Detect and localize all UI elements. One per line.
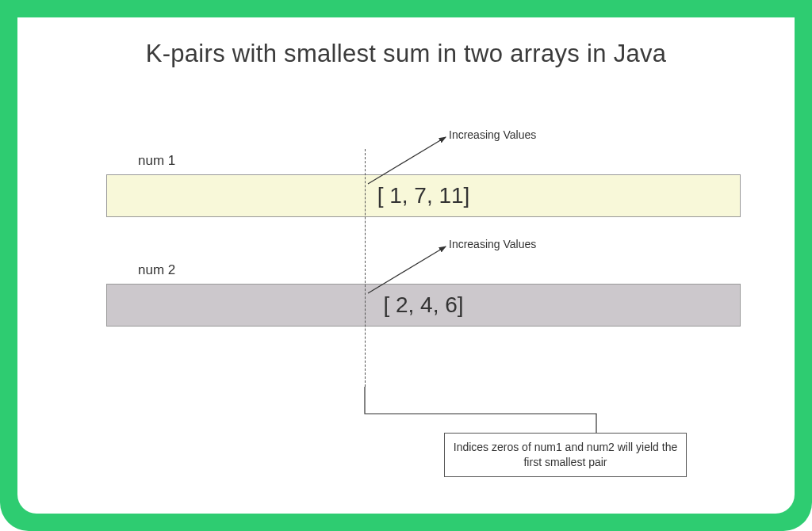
array1-bar: [ 1, 7, 11]: [106, 174, 741, 217]
array2-values: [ 2, 4, 6]: [383, 292, 463, 318]
diagram-canvas: K-pairs with smallest sum in two arrays …: [17, 17, 795, 514]
array1-label: num 1: [138, 153, 175, 169]
outer-frame: K-pairs with smallest sum in two arrays …: [0, 0, 812, 531]
increasing-annotation-1: Increasing Values: [449, 128, 536, 141]
callout-box: Indices zeros of num1 and num2 will yiel…: [444, 433, 687, 477]
increasing-annotation-2: Increasing Values: [449, 238, 536, 250]
array1-values: [ 1, 7, 11]: [377, 183, 470, 208]
index-marker-line: [365, 149, 366, 387]
page-title: K-pairs with smallest sum in two arrays …: [17, 40, 795, 68]
array2-bar: [ 2, 4, 6]: [106, 284, 741, 327]
callout-text: Indices zeros of num1 and num2 will yiel…: [453, 440, 678, 470]
array2-label: num 2: [138, 262, 175, 278]
callout-connector-icon: [365, 387, 596, 433]
